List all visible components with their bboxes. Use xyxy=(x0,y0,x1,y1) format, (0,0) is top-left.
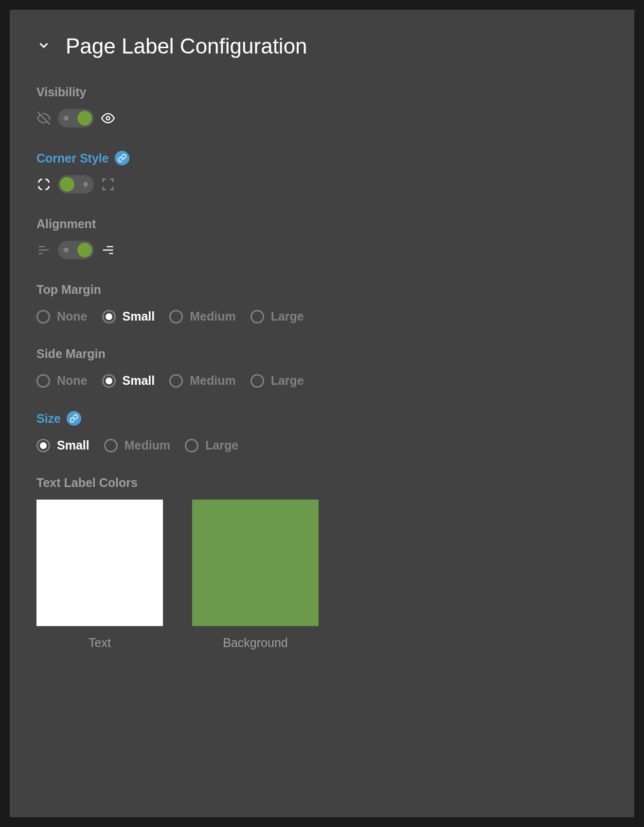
top-margin-medium[interactable]: Medium xyxy=(169,309,235,324)
link-icon[interactable] xyxy=(67,411,81,426)
size-label: Size xyxy=(36,411,608,426)
eye-off-icon xyxy=(36,111,51,126)
side-margin-section: Side Margin None Small Medium Large xyxy=(36,347,608,388)
corner-style-toggle[interactable] xyxy=(58,175,94,194)
background-color-label: Background xyxy=(223,636,287,650)
side-margin-radios: None Small Medium Large xyxy=(36,371,608,388)
size-large[interactable]: Large xyxy=(185,438,238,452)
text-color-swatch[interactable] xyxy=(36,500,163,626)
square-corners-icon xyxy=(101,177,115,192)
text-color-label: Text xyxy=(89,636,111,650)
top-margin-section: Top Margin None Small Medium Large xyxy=(36,283,608,324)
panel-header[interactable]: Page Label Configuration xyxy=(36,34,608,58)
radio-icon xyxy=(169,374,183,388)
radio-icon xyxy=(102,310,116,324)
align-right-icon xyxy=(101,243,115,257)
side-margin-none[interactable]: None xyxy=(36,374,88,388)
page-label-config-panel: Page Label Configuration Visibility xyxy=(10,10,634,817)
radio-icon xyxy=(104,439,118,452)
visibility-toggle[interactable] xyxy=(58,109,94,127)
alignment-label: Alignment xyxy=(36,217,608,231)
visibility-section: Visibility xyxy=(36,85,608,127)
background-color-swatch[interactable] xyxy=(192,500,319,626)
side-margin-large[interactable]: Large xyxy=(250,374,304,388)
size-radios: Small Medium Large xyxy=(36,435,608,452)
text-label-colors-label: Text Label Colors xyxy=(36,476,608,490)
side-margin-medium[interactable]: Medium xyxy=(169,374,235,388)
radio-icon xyxy=(185,439,198,452)
corner-style-label: Corner Style xyxy=(36,151,608,165)
top-margin-none[interactable]: None xyxy=(36,309,88,324)
svg-point-1 xyxy=(107,117,110,120)
background-color-item: Background xyxy=(192,500,319,650)
text-color-item: Text xyxy=(36,500,163,650)
alignment-section: Alignment xyxy=(36,217,608,259)
top-margin-large[interactable]: Large xyxy=(250,309,304,324)
corner-style-section: Corner Style xyxy=(36,151,608,194)
side-margin-small[interactable]: Small xyxy=(102,374,155,388)
text-label-colors-section: Text Label Colors Text Background xyxy=(36,476,608,650)
visibility-label: Visibility xyxy=(36,85,608,99)
side-margin-label: Side Margin xyxy=(36,347,608,361)
eye-icon xyxy=(101,111,115,126)
size-small[interactable]: Small xyxy=(36,438,89,452)
top-margin-radios: None Small Medium Large xyxy=(36,306,608,324)
size-medium[interactable]: Medium xyxy=(104,438,170,452)
radio-icon xyxy=(36,310,50,324)
rounded-corners-icon xyxy=(36,177,51,192)
alignment-toggle[interactable] xyxy=(58,241,94,259)
chevron-down-icon xyxy=(36,38,51,54)
panel-title: Page Label Configuration xyxy=(66,34,307,58)
size-section: Size Small Medium Large xyxy=(36,411,608,452)
radio-icon xyxy=(169,310,183,324)
radio-icon xyxy=(36,374,50,388)
radio-icon xyxy=(102,374,116,388)
radio-icon xyxy=(36,439,50,452)
link-icon[interactable] xyxy=(115,151,129,165)
top-margin-small[interactable]: Small xyxy=(102,309,155,324)
top-margin-label: Top Margin xyxy=(36,283,608,297)
align-left-icon xyxy=(36,243,51,257)
radio-icon xyxy=(250,374,264,388)
radio-icon xyxy=(250,310,264,324)
